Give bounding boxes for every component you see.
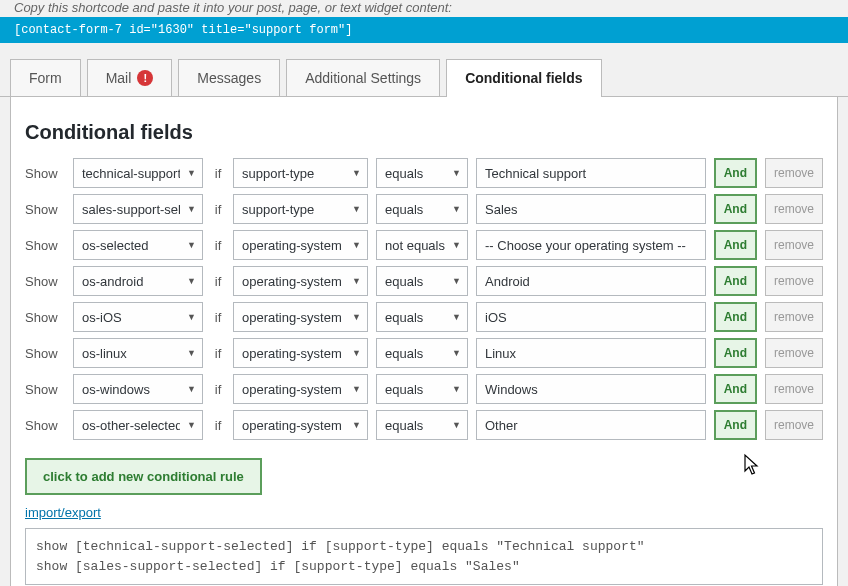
shortcode-bar[interactable]: [contact-form-7 id="1630" title="support… [0,17,848,43]
group-select[interactable]: os-android [73,266,203,296]
and-button[interactable]: And [714,266,757,296]
and-button[interactable]: And [714,302,757,332]
show-label: Show [25,382,65,397]
remove-button[interactable]: remove [765,410,823,440]
export-textarea[interactable]: show [technical-support-selected] if [su… [25,528,823,585]
show-label: Show [25,346,65,361]
group-select[interactable]: os-windows [73,374,203,404]
if-label: if [211,346,225,361]
show-label: Show [25,418,65,433]
tab-mail-label: Mail [106,70,132,86]
field-select[interactable]: support-type [233,158,368,188]
group-select[interactable]: os-selected [73,230,203,260]
field-select[interactable]: operating-system [233,374,368,404]
if-label: if [211,382,225,397]
import-export-link[interactable]: import/export [25,505,101,520]
remove-button[interactable]: remove [765,194,823,224]
group-select[interactable]: os-linux [73,338,203,368]
remove-button[interactable]: remove [765,302,823,332]
and-button[interactable]: And [714,194,757,224]
tab-form[interactable]: Form [10,59,81,96]
value-input[interactable] [476,194,706,224]
remove-button[interactable]: remove [765,338,823,368]
and-button[interactable]: And [714,230,757,260]
show-label: Show [25,310,65,325]
field-select[interactable]: operating-system [233,230,368,260]
value-input[interactable] [476,230,706,260]
cursor-icon [740,453,760,477]
rule-row: Showos-other-selectedifoperating-systeme… [25,410,823,440]
field-select[interactable]: operating-system [233,266,368,296]
group-select[interactable]: sales-support-sele [73,194,203,224]
group-select[interactable]: os-iOS [73,302,203,332]
rule-row: Showsales-support-seleifsupport-typeequa… [25,194,823,224]
remove-button[interactable]: remove [765,158,823,188]
alert-icon: ! [137,70,153,86]
show-label: Show [25,202,65,217]
remove-button[interactable]: remove [765,266,823,296]
shortcode-hint: Copy this shortcode and paste it into yo… [0,0,848,15]
if-label: if [211,202,225,217]
if-label: if [211,274,225,289]
operator-select[interactable]: equals [376,374,468,404]
value-input[interactable] [476,374,706,404]
section-title: Conditional fields [25,121,823,144]
and-button[interactable]: And [714,338,757,368]
rule-row: Showos-selectedifoperating-systemnot equ… [25,230,823,260]
field-select[interactable]: support-type [233,194,368,224]
operator-select[interactable]: equals [376,266,468,296]
tab-mail[interactable]: Mail ! [87,59,173,96]
rule-row: Showos-linuxifoperating-systemequalsAndr… [25,338,823,368]
group-select[interactable]: os-other-selected [73,410,203,440]
add-rule-button[interactable]: click to add new conditional rule [25,458,262,495]
group-select[interactable]: technical-support [73,158,203,188]
rule-row: Showtechnical-supportifsupport-typeequal… [25,158,823,188]
value-input[interactable] [476,266,706,296]
field-select[interactable]: operating-system [233,338,368,368]
show-label: Show [25,166,65,181]
field-select[interactable]: operating-system [233,302,368,332]
operator-select[interactable]: equals [376,410,468,440]
operator-select[interactable]: equals [376,338,468,368]
show-label: Show [25,274,65,289]
tab-messages[interactable]: Messages [178,59,280,96]
tabs: Form Mail ! Messages Additional Settings… [0,59,848,97]
value-input[interactable] [476,338,706,368]
operator-select[interactable]: not equals [376,230,468,260]
if-label: if [211,310,225,325]
if-label: if [211,238,225,253]
tab-additional-settings[interactable]: Additional Settings [286,59,440,96]
tab-conditional-fields[interactable]: Conditional fields [446,59,601,96]
remove-button[interactable]: remove [765,230,823,260]
operator-select[interactable]: equals [376,302,468,332]
operator-select[interactable]: equals [376,194,468,224]
and-button[interactable]: And [714,158,757,188]
remove-button[interactable]: remove [765,374,823,404]
conditional-fields-panel: Conditional fields Showtechnical-support… [10,97,838,586]
rule-row: Showos-windowsifoperating-systemequalsAn… [25,374,823,404]
rules-list: Showtechnical-supportifsupport-typeequal… [25,158,823,440]
value-input[interactable] [476,302,706,332]
show-label: Show [25,238,65,253]
rule-row: Showos-iOSifoperating-systemequalsAndrem… [25,302,823,332]
if-label: if [211,166,225,181]
operator-select[interactable]: equals [376,158,468,188]
field-select[interactable]: operating-system [233,410,368,440]
and-button[interactable]: And [714,410,757,440]
and-button[interactable]: And [714,374,757,404]
rule-row: Showos-androidifoperating-systemequalsAn… [25,266,823,296]
value-input[interactable] [476,158,706,188]
if-label: if [211,418,225,433]
value-input[interactable] [476,410,706,440]
